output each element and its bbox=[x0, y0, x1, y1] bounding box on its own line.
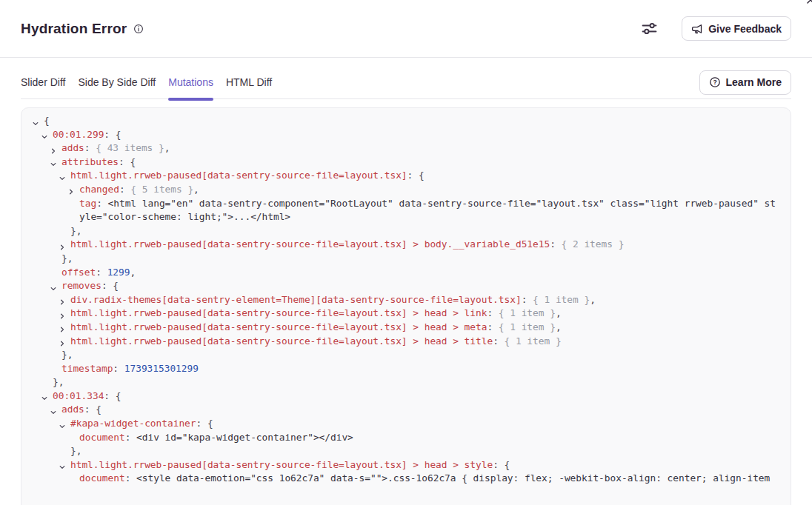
tree-line: html.light.rrweb-paused[data-sentry-sour… bbox=[21, 169, 779, 183]
tree-line: document: <style data-emotion="css 1o62c… bbox=[21, 472, 779, 486]
json-punctuation: , bbox=[193, 184, 199, 195]
tree-line: timestamp: 1739315301299 bbox=[21, 362, 779, 376]
json-items-count: { 1 item } bbox=[533, 294, 590, 305]
chevron-down-icon[interactable] bbox=[59, 461, 66, 469]
json-punctuation: , bbox=[590, 294, 596, 305]
page-title: Hydration Error bbox=[21, 21, 127, 37]
json-punctuation: }, bbox=[61, 252, 73, 264]
json-punctuation: }, bbox=[61, 349, 73, 360]
json-items-count: { 43 items } bbox=[96, 142, 164, 153]
megaphone-icon bbox=[691, 23, 703, 35]
json-punctuation: : { bbox=[104, 129, 121, 140]
json-items-count: { 1 item } bbox=[505, 335, 562, 347]
json-punctuation: : bbox=[493, 335, 504, 347]
json-punctuation: : { bbox=[102, 280, 119, 291]
tree-line: #kapa-widget-container: { bbox=[21, 417, 779, 431]
chevron-down-icon[interactable] bbox=[41, 131, 48, 138]
tree-line: removes: { bbox=[21, 279, 779, 293]
close-icon[interactable] bbox=[805, 0, 812, 8]
chevron-down-icon[interactable] bbox=[50, 283, 57, 290]
tree-line: html.light.rrweb-paused[data-sentry-sour… bbox=[21, 307, 779, 321]
json-punctuation: : { bbox=[84, 404, 102, 415]
chevron-down-icon[interactable] bbox=[50, 407, 57, 414]
tree-line: tag: <html lang="en" data-sentry-compone… bbox=[21, 197, 779, 224]
json-key: html.light.rrweb-paused[data-sentry-sour… bbox=[70, 321, 487, 332]
json-punctuation: , bbox=[164, 142, 170, 153]
json-key: tag bbox=[79, 198, 96, 209]
tree-line: }, bbox=[21, 348, 779, 362]
json-punctuation: }, bbox=[70, 445, 81, 456]
svg-text:?: ? bbox=[713, 78, 716, 86]
json-punctuation: : bbox=[487, 321, 498, 332]
json-items-count: { 2 items } bbox=[562, 238, 625, 250]
chevron-right-icon[interactable] bbox=[59, 338, 66, 345]
tree-line: { bbox=[21, 114, 779, 128]
json-key: 00:01.334 bbox=[53, 390, 104, 401]
chevron-right-icon[interactable] bbox=[50, 145, 57, 153]
tree-line: document: <div id="kapa-widget-container… bbox=[21, 431, 779, 445]
json-punctuation: : bbox=[522, 294, 533, 305]
sliders-icon[interactable] bbox=[641, 20, 658, 37]
json-key: 00:01.299 bbox=[53, 129, 104, 140]
json-number: 1739315301299 bbox=[124, 363, 199, 374]
json-key: div.radix-themes[data-sentry-element=The… bbox=[70, 294, 522, 305]
json-punctuation: : bbox=[113, 363, 124, 374]
chevron-right-icon[interactable] bbox=[59, 241, 66, 249]
chevron-right-icon[interactable] bbox=[59, 310, 66, 318]
json-punctuation: : bbox=[125, 432, 136, 443]
chevron-right-icon[interactable] bbox=[67, 186, 75, 193]
learn-more-button[interactable]: ? Learn More bbox=[699, 70, 791, 95]
json-key: offset bbox=[61, 267, 96, 278]
json-items-count: { 1 item } bbox=[499, 307, 556, 318]
json-punctuation: : { bbox=[104, 390, 121, 401]
tree-line: html.light.rrweb-paused[data-sentry-sour… bbox=[21, 238, 779, 252]
json-punctuation: , bbox=[556, 307, 562, 318]
json-key: html.light.rrweb-paused[data-sentry-sour… bbox=[70, 170, 407, 181]
tree-line: adds: { bbox=[21, 403, 779, 417]
chevron-down-icon[interactable] bbox=[59, 421, 66, 428]
tree-line: offset: 1299, bbox=[21, 266, 779, 280]
chevron-right-icon[interactable] bbox=[59, 296, 66, 304]
json-punctuation: }, bbox=[53, 376, 64, 387]
tab-html-diff[interactable]: HTML Diff bbox=[226, 65, 272, 99]
learn-more-label: Learn More bbox=[726, 76, 782, 88]
json-punctuation: , bbox=[556, 321, 562, 332]
give-feedback-button[interactable]: Give Feedback bbox=[682, 16, 791, 41]
json-punctuation: , bbox=[130, 267, 136, 278]
tree-line: }, bbox=[21, 224, 779, 238]
json-punctuation: : bbox=[550, 238, 561, 250]
json-punctuation: : { bbox=[196, 418, 213, 429]
tabs: Slider DiffSide By Side DiffMutationsHTM… bbox=[21, 65, 272, 99]
json-key: adds bbox=[61, 404, 84, 415]
tab-side-by-side-diff[interactable]: Side By Side Diff bbox=[78, 65, 156, 99]
chevron-down-icon[interactable] bbox=[50, 158, 57, 166]
json-punctuation: : bbox=[125, 472, 136, 484]
chevron-down-icon[interactable] bbox=[41, 392, 48, 400]
json-items-count: { 1 item } bbox=[499, 321, 556, 332]
header: Hydration Error Give Feedback bbox=[0, 0, 812, 58]
tab-slider-diff[interactable]: Slider Diff bbox=[21, 65, 65, 99]
tree-line: div.radix-themes[data-sentry-element=The… bbox=[21, 293, 779, 307]
json-punctuation: : bbox=[119, 184, 130, 195]
json-key: attributes bbox=[61, 156, 119, 167]
chevron-right-icon[interactable] bbox=[59, 324, 66, 331]
json-punctuation: : { bbox=[493, 459, 510, 470]
json-items-count: { 5 items } bbox=[130, 184, 193, 195]
json-value: <div id="kapa-widget-container"></div> bbox=[136, 432, 353, 443]
json-punctuation: : bbox=[96, 267, 107, 278]
json-key: changed bbox=[79, 184, 119, 195]
tree-line: changed: { 5 items }, bbox=[21, 183, 779, 197]
chevron-down-icon[interactable] bbox=[59, 173, 66, 180]
json-punctuation: : { bbox=[119, 156, 136, 167]
json-punctuation: { bbox=[44, 115, 50, 126]
tree-line: html.light.rrweb-paused[data-sentry-sour… bbox=[21, 335, 779, 349]
tree-line: attributes: { bbox=[21, 155, 779, 170]
json-key: html.light.rrweb-paused[data-sentry-sour… bbox=[70, 307, 487, 318]
mutation-tree-panel[interactable]: {00:01.299: {adds: { 43 items },attribut… bbox=[21, 107, 791, 505]
chevron-down-icon[interactable] bbox=[32, 118, 39, 125]
info-icon[interactable] bbox=[133, 24, 144, 34]
json-key: document bbox=[79, 472, 125, 484]
tab-mutations[interactable]: Mutations bbox=[168, 65, 213, 99]
tabs-row: Slider DiffSide By Side DiffMutationsHTM… bbox=[21, 58, 791, 99]
tree-line: 00:01.299: { bbox=[21, 128, 779, 142]
